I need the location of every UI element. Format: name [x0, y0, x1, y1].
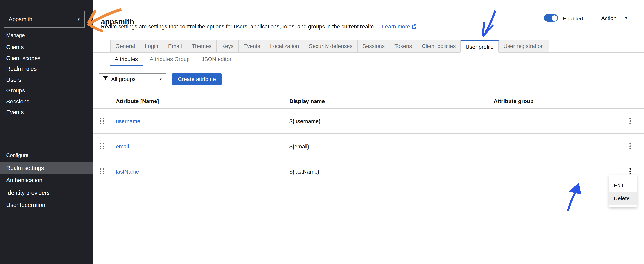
tab-general[interactable]: General [110, 40, 140, 52]
drag-handle-icon[interactable] [93, 168, 111, 174]
toolbar: All groups ▾ Create attribute [98, 73, 222, 85]
create-attribute-button[interactable]: Create attribute [172, 73, 222, 85]
sidebar-item-users[interactable]: Users [0, 75, 93, 85]
group-filter-value: All groups [111, 76, 136, 82]
tab-user-registration[interactable]: User registration [499, 40, 549, 52]
sidebar-item-user-federation[interactable]: User federation [0, 199, 93, 211]
attribute-link-lastname[interactable]: lastName [116, 168, 139, 175]
page-description: Realm settings are settings that control… [101, 23, 417, 30]
row-actions-menu: Edit Delete [609, 176, 637, 207]
drag-handle-icon[interactable] [93, 118, 111, 124]
subtab-json-editor[interactable]: JSON editor [197, 52, 236, 66]
nav-section-manage: Manage Clients Client scopes Realm roles… [0, 32, 93, 118]
tab-localization[interactable]: Localization [265, 40, 304, 52]
kebab-menu-icon[interactable] [626, 141, 634, 151]
group-filter-dropdown[interactable]: All groups ▾ [98, 73, 166, 85]
display-name-value: ${username} [285, 118, 489, 124]
subtabs-row: Attributes Attributes Group JSON editor [93, 52, 644, 66]
keycloak-admin-console: Appsmith ▾ Manage Clients Client scopes … [0, 0, 644, 264]
sidebar-item-groups[interactable]: Groups [0, 85, 93, 96]
main-content: appsmith Realm settings are settings tha… [93, 0, 644, 264]
filter-icon [103, 76, 108, 82]
realm-selector-dropdown[interactable]: Appsmith ▾ [4, 11, 85, 28]
tab-tokens[interactable]: Tokens [390, 40, 417, 52]
subtab-attributes-group[interactable]: Attributes Group [145, 52, 194, 66]
sidebar-item-realm-settings[interactable]: Realm settings [0, 162, 93, 174]
enabled-toggle[interactable] [544, 14, 558, 22]
column-header-attribute-name: Attribute [Name] [111, 98, 285, 104]
tab-themes[interactable]: Themes [187, 40, 216, 52]
attribute-link-username[interactable]: username [116, 118, 140, 124]
menu-item-delete[interactable]: Delete [609, 192, 637, 205]
caret-down-icon: ▾ [160, 77, 162, 81]
sidebar-nav: Manage Clients Client scopes Realm roles… [0, 32, 93, 211]
tab-security-defenses[interactable]: Security defenses [304, 40, 358, 52]
realm-selector-label: Appsmith [9, 16, 32, 23]
page-description-text: Realm settings are settings that control… [101, 23, 376, 30]
tab-email[interactable]: Email [163, 40, 187, 52]
column-header-attribute-group: Attribute group [489, 98, 616, 104]
nav-section-label: Configure [0, 151, 93, 160]
tab-sessions[interactable]: Sessions [358, 40, 390, 52]
sidebar-item-sessions[interactable]: Sessions [0, 96, 93, 107]
display-name-value: ${email} [285, 143, 489, 149]
sidebar-item-authentication[interactable]: Authentication [0, 174, 93, 187]
menu-item-edit[interactable]: Edit [609, 179, 637, 192]
nav-section-label: Manage [0, 32, 93, 41]
caret-down-icon: ▾ [78, 17, 80, 22]
nav-section-configure: Configure Realm settings Authentication … [0, 151, 93, 211]
table-row: lastName ${lastName} [93, 159, 644, 184]
sidebar-item-clients[interactable]: Clients [0, 42, 93, 53]
learn-more-link[interactable]: Learn more [382, 23, 417, 30]
tab-keys[interactable]: Keys [216, 40, 238, 52]
sidebar-item-client-scopes[interactable]: Client scopes [0, 53, 93, 64]
action-dropdown[interactable]: Action ▾ [597, 12, 632, 24]
subtab-attributes[interactable]: Attributes [110, 52, 142, 66]
sidebar-item-events[interactable]: Events [0, 107, 93, 118]
sidebar-item-identity-providers[interactable]: Identity providers [0, 187, 93, 199]
tab-client-policies[interactable]: Client policies [417, 40, 461, 52]
enabled-label: Enabled [563, 15, 583, 22]
attributes-table: Attribute [Name] Display name Attribute … [93, 94, 644, 184]
caret-down-icon: ▾ [625, 16, 627, 20]
display-name-value: ${lastName} [285, 168, 489, 175]
table-row: email ${email} [93, 134, 644, 159]
toggle-knob [552, 15, 557, 21]
table-row: username ${username} [93, 109, 644, 134]
tab-login[interactable]: Login [140, 40, 164, 52]
tabs-row: General Login Email Themes Keys Events L… [93, 40, 644, 53]
sidebar: Appsmith ▾ Manage Clients Client scopes … [0, 0, 93, 264]
column-header-display-name: Display name [285, 98, 489, 104]
kebab-menu-icon-open[interactable] [626, 166, 634, 176]
attribute-link-email[interactable]: email [116, 143, 129, 149]
action-dropdown-label: Action [601, 15, 616, 21]
external-link-icon [412, 24, 417, 30]
kebab-menu-icon[interactable] [626, 116, 634, 126]
drag-handle-icon[interactable] [93, 143, 111, 149]
table-header-row: Attribute [Name] Display name Attribute … [93, 94, 644, 109]
tab-events[interactable]: Events [239, 40, 266, 52]
tab-user-profile[interactable]: User profile [461, 40, 499, 52]
sidebar-item-realm-roles[interactable]: Realm roles [0, 64, 93, 75]
